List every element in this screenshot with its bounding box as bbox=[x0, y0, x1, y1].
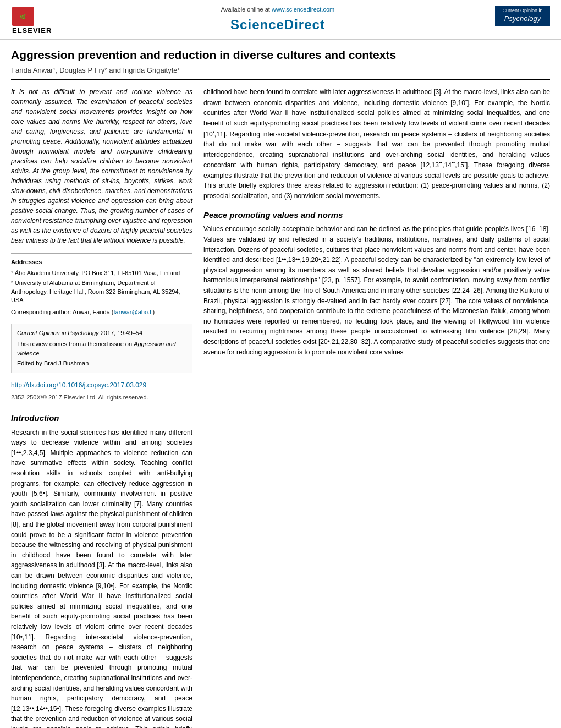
right-column: childhood have been found to correlate w… bbox=[204, 87, 550, 728]
corresponding-end: ) bbox=[153, 309, 155, 315]
content-area: Aggression prevention and reduction in d… bbox=[0, 40, 561, 728]
peace-heading: Peace promoting values and norms bbox=[204, 209, 550, 221]
editor-name: Brad J Bushman bbox=[44, 360, 89, 366]
header-right: Current Opinion in Psychology bbox=[495, 6, 550, 26]
psychology-label: Psychology bbox=[499, 14, 546, 24]
edited-by-label: Edited by bbox=[17, 360, 42, 366]
direct-text: Direct bbox=[284, 17, 325, 32]
doi-section: http://dx.doi.org/10.1016/j.copsyc.2017.… bbox=[11, 381, 193, 402]
website-link[interactable]: www.sciencedirect.com bbox=[272, 6, 334, 13]
corresponding-email[interactable]: fanwar@abo.fi bbox=[114, 309, 153, 315]
corresponding-label: Corresponding author: Anwar, Farida ( bbox=[11, 309, 114, 315]
intro-heading: Introduction bbox=[11, 412, 193, 424]
left-column: It is not as difficult to prevent and re… bbox=[11, 87, 193, 728]
header-center: Available online at www.sciencedirect.co… bbox=[61, 6, 495, 35]
address-1: ¹ Åbo Akademi University, PO Box 311, FI… bbox=[11, 269, 193, 277]
article-title-section: Aggression prevention and reduction in d… bbox=[11, 40, 550, 80]
available-online-text: Available online at www.sciencedirect.co… bbox=[221, 6, 334, 14]
science-text: Science bbox=[230, 17, 284, 32]
current-opinion-label: Current Opinion in bbox=[499, 8, 546, 14]
journal-name: Current Opinion in Psychology bbox=[17, 330, 99, 336]
info-box: Current Opinion in Psychology 2017, 19:4… bbox=[11, 324, 193, 373]
theme-issue-line: This review comes from a themed issue on… bbox=[17, 340, 186, 358]
elsevier-logo: 🌿 ELSEVIER bbox=[11, 6, 61, 36]
article-authors: Farida Anwar¹, Douglas P Fry² and Ingrid… bbox=[11, 65, 550, 76]
journal-info-line: Current Opinion in Psychology 2017, 19:4… bbox=[17, 329, 186, 338]
header-left: 🌿 ELSEVIER bbox=[11, 6, 61, 36]
two-column-layout: It is not as difficult to prevent and re… bbox=[11, 80, 550, 728]
intro-section: Introduction Research in the social scie… bbox=[11, 412, 193, 728]
theme-text: This review comes from a themed issue on bbox=[17, 341, 132, 347]
intro-body-text: Research in the social sciences has iden… bbox=[11, 428, 193, 728]
right-intro-continuation: childhood have been found to correlate w… bbox=[204, 87, 550, 201]
address-2: ² University of Alabama at Birmingham, D… bbox=[11, 279, 193, 304]
abstract-text: It is not as difficult to prevent and re… bbox=[11, 87, 193, 245]
corresponding-author: Corresponding author: Anwar, Farida (fan… bbox=[11, 308, 193, 317]
doi-link[interactable]: http://dx.doi.org/10.1016/j.copsyc.2017.… bbox=[11, 381, 146, 389]
editor-line: Edited by Brad J Bushman bbox=[17, 359, 186, 368]
addresses-section: Addresses ¹ Åbo Akademi University, PO B… bbox=[11, 253, 193, 316]
copyright-text: 2352-250X/© 2017 Elsevier Ltd. All right… bbox=[11, 393, 193, 402]
journal-year-pages: 2017, 19:49–54 bbox=[101, 330, 142, 336]
page-wrapper: 🌿 ELSEVIER Available online at www.scien… bbox=[0, 0, 561, 728]
page-header: 🌿 ELSEVIER Available online at www.scien… bbox=[0, 0, 561, 40]
journal-badge: Current Opinion in Psychology bbox=[495, 6, 550, 26]
sciencedirect-logo-text: ScienceDirect bbox=[230, 15, 325, 35]
svg-text:🌿: 🌿 bbox=[20, 14, 26, 20]
article-title: Aggression prevention and reduction in d… bbox=[11, 47, 550, 62]
peace-body-text: Values encourage socially acceptable beh… bbox=[204, 224, 550, 357]
peace-section: Peace promoting values and norms Values … bbox=[204, 209, 550, 357]
svg-text:ELSEVIER: ELSEVIER bbox=[12, 26, 52, 35]
addresses-title: Addresses bbox=[11, 258, 193, 267]
